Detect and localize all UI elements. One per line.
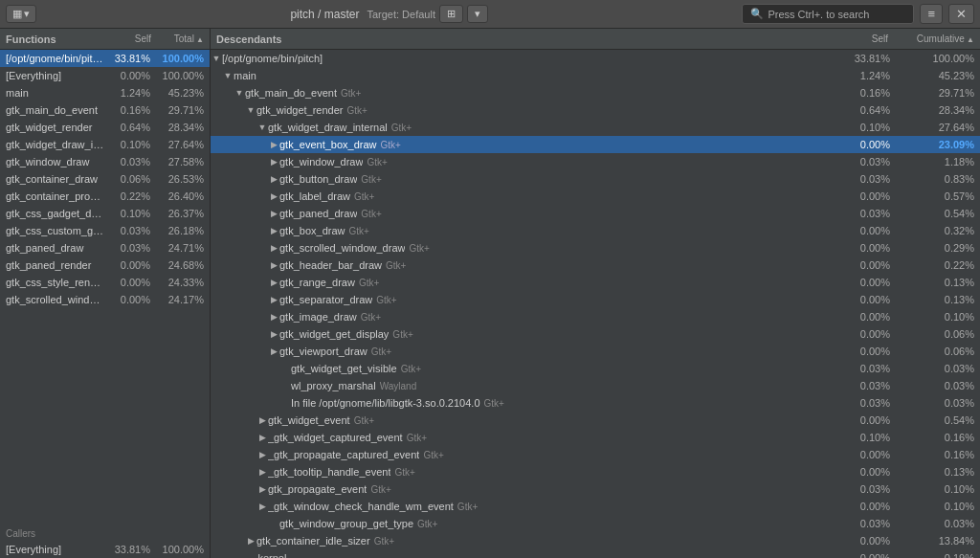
function-row[interactable]: gtk_widget_render 0.64% 28.34% xyxy=(0,119,210,136)
search-box[interactable]: 🔍 Press Ctrl+. to search xyxy=(742,4,914,24)
expand-arrow[interactable]: ▼ xyxy=(211,54,222,63)
function-row[interactable]: gtk_paned_render 0.00% 24.68% xyxy=(0,257,210,274)
descendant-row[interactable]: ▶ gtk_range_draw Gtk+ 0.00% 0.13% xyxy=(211,274,980,291)
descendant-row[interactable]: ▶ gtk_viewport_draw Gtk+ 0.00% 0.06% xyxy=(211,343,980,360)
desc-cum: 13.84% xyxy=(894,535,980,547)
expand-arrow[interactable]: ▶ xyxy=(268,278,279,287)
function-name: gtk_css_custom_gadget_draw xyxy=(6,225,104,236)
expand-arrow[interactable]: ▶ xyxy=(268,312,279,322)
expand-arrow[interactable]: ▶ xyxy=(256,484,268,494)
descendant-row[interactable]: ▼ gtk_widget_draw_internal Gtk+ 0.10% 27… xyxy=(211,119,980,136)
descendant-row[interactable]: gtk_widget_get_visible Gtk+ 0.03% 0.03% xyxy=(211,360,980,377)
function-row[interactable]: [/opt/gnome/bin/pitch] 33.81% 100.00% xyxy=(0,50,210,67)
expand-arrow[interactable]: ▶ xyxy=(256,415,268,425)
desc-name: [/opt/gnome/bin/pitch] xyxy=(222,53,323,64)
target-dropdown-btn[interactable]: ▾ xyxy=(467,5,488,23)
descendant-row[interactable]: ▼ gtk_widget_render Gtk+ 0.64% 28.34% xyxy=(211,101,980,119)
descendant-row[interactable]: In file /opt/gnome/lib/libgtk-3.so.0.210… xyxy=(211,394,980,412)
expand-arrow[interactable]: ▶ xyxy=(268,140,279,149)
expand-arrow[interactable]: ▼ xyxy=(234,88,245,98)
descendant-row[interactable]: ▶ _gtk_widget_captured_event Gtk+ 0.10% … xyxy=(211,429,980,446)
descendant-row[interactable]: ▶ gtk_window_draw Gtk+ 0.03% 1.18% xyxy=(211,153,980,170)
function-total: 26.53% xyxy=(154,173,204,185)
expand-arrow[interactable]: ▶ xyxy=(268,174,279,184)
expand-arrow[interactable]: ▼ xyxy=(256,123,268,132)
desc-name: main xyxy=(234,70,256,81)
descendant-row[interactable]: wl_proxy_marshal Wayland 0.03% 0.03% xyxy=(211,377,980,394)
expand-arrow[interactable]: ▶ xyxy=(268,157,279,167)
descendant-row[interactable]: ▶ gtk_scrolled_window_draw Gtk+ 0.00% 0.… xyxy=(211,239,980,257)
function-row[interactable]: gtk_scrolled_window_draw 0.00% 24.17% xyxy=(0,291,210,308)
desc-self: 0.00% xyxy=(817,501,894,512)
descendant-row[interactable]: ▶ gtk_container_idle_sizer Gtk+ 0.00% 13… xyxy=(211,532,980,549)
function-total: 24.33% xyxy=(154,277,204,288)
desc-self: 0.16% xyxy=(817,87,894,99)
function-total: 27.58% xyxy=(154,156,204,167)
desc-name: _gtk_widget_captured_event xyxy=(268,432,403,443)
descendant-row[interactable]: ▶ gtk_header_bar_draw Gtk+ 0.00% 0.22% xyxy=(211,257,980,274)
descendant-row[interactable]: ▶ gtk_widget_event Gtk+ 0.00% 0.54% xyxy=(211,412,980,429)
descendant-row[interactable]: gtk_window_group_get_type Gtk+ 0.03% 0.0… xyxy=(211,515,980,532)
descendant-row[interactable]: ▶ _gtk_tooltip_handle_event Gtk+ 0.00% 0… xyxy=(211,463,980,480)
function-row[interactable]: gtk_container_propagate_draw 0.22% 26.40… xyxy=(0,188,210,205)
close-button[interactable]: ✕ xyxy=(948,4,974,24)
descendant-row[interactable]: ▶ gtk_propagate_event Gtk+ 0.03% 0.10% xyxy=(211,480,980,498)
desc-self: 0.10% xyxy=(817,432,894,443)
function-row[interactable]: [Everything] 0.00% 100.00% xyxy=(0,67,210,84)
descendant-row[interactable]: ▶ gtk_separator_draw Gtk+ 0.00% 0.13% xyxy=(211,291,980,308)
desc-tag: Gtk+ xyxy=(457,502,478,512)
function-row[interactable]: gtk_widget_draw_internal 0.10% 27.64% xyxy=(0,136,210,153)
descendant-row[interactable]: ▼ gtk_main_do_event Gtk+ 0.16% 29.71% xyxy=(211,84,980,101)
function-row[interactable]: main 1.24% 45.23% xyxy=(0,84,210,101)
descendant-row[interactable]: ▶ gtk_button_draw Gtk+ 0.03% 0.83% xyxy=(211,170,980,188)
expand-arrow[interactable]: ▶ xyxy=(268,346,279,356)
expand-arrow[interactable]: ▼ xyxy=(245,105,256,115)
descendant-row[interactable]: ▶ gtk_event_box_draw Gtk+ 0.00% 23.09% xyxy=(211,136,980,153)
descendant-row[interactable]: ▶ _gtk_window_check_handle_wm_event Gtk+… xyxy=(211,498,980,515)
descendant-row[interactable]: ▶ gtk_widget_get_display Gtk+ 0.00% 0.06… xyxy=(211,325,980,343)
expand-arrow[interactable]: ▼ xyxy=(222,71,234,80)
expand-arrow[interactable]: ▶ xyxy=(256,467,268,477)
descendant-row[interactable]: ▶ gtk_box_draw Gtk+ 0.00% 0.32% xyxy=(211,222,980,239)
descendant-row[interactable]: ▶ gtk_paned_draw Gtk+ 0.03% 0.54% xyxy=(211,205,980,222)
descendant-row[interactable]: ▶ _gtk_propagate_captured_event Gtk+ 0.0… xyxy=(211,446,980,463)
function-row[interactable]: gtk_css_style_render_background 0.00% 24… xyxy=(0,274,210,291)
expand-arrow[interactable]: ▶ xyxy=(256,433,268,442)
function-total: 24.17% xyxy=(154,294,204,305)
expand-arrow[interactable]: ▶ xyxy=(256,502,268,511)
expand-arrow[interactable]: ▶ xyxy=(268,191,279,201)
hamburger-button[interactable]: ≡ xyxy=(920,4,943,24)
descendant-row[interactable]: ▶ gtk_image_draw Gtk+ 0.00% 0.10% xyxy=(211,308,980,325)
desc-name: gtk_widget_event xyxy=(268,414,350,426)
expand-arrow[interactable]: ▶ xyxy=(245,536,256,546)
expand-arrow[interactable]: ▶ xyxy=(256,450,268,459)
expand-arrow[interactable]: ▶ xyxy=(268,243,279,253)
function-row[interactable]: gtk_window_draw 0.03% 27.58% xyxy=(0,153,210,170)
desc-name: gtk_propagate_event xyxy=(268,483,367,495)
descendant-row[interactable]: ▶ gtk_label_draw Gtk+ 0.00% 0.57% xyxy=(211,188,980,205)
desc-self: 0.00% xyxy=(817,535,894,547)
caller-row[interactable]: [Everything] 33.81% 100.00% xyxy=(0,541,210,558)
descendant-row[interactable]: ▼ main 1.24% 45.23% xyxy=(211,67,980,84)
function-name: gtk_paned_draw xyxy=(6,242,104,254)
callers-list: [Everything] 33.81% 100.00% xyxy=(0,541,210,558)
descendant-row[interactable]: - - kernel - - 0.00% 0.19% xyxy=(211,549,980,558)
function-row[interactable]: gtk_main_do_event 0.16% 29.71% xyxy=(0,101,210,119)
expand-arrow[interactable]: ▶ xyxy=(268,260,279,270)
desc-cum: 0.32% xyxy=(894,225,980,236)
desc-cum: 0.03% xyxy=(894,397,980,409)
expand-arrow[interactable]: ▶ xyxy=(268,209,279,218)
expand-arrow[interactable]: ▶ xyxy=(268,295,279,304)
function-row[interactable]: gtk_paned_draw 0.03% 24.71% xyxy=(0,239,210,257)
target-icon-btn[interactable]: ⊞ xyxy=(439,5,463,23)
descendant-row[interactable]: ▼ [/opt/gnome/bin/pitch] 33.81% 100.00% xyxy=(211,50,980,67)
function-row[interactable]: gtk_container_draw 0.06% 26.53% xyxy=(0,170,210,188)
expand-arrow[interactable]: ▶ xyxy=(268,226,279,235)
function-row[interactable]: gtk_css_custom_gadget_draw 0.03% 26.18% xyxy=(0,222,210,239)
function-self: 0.00% xyxy=(104,294,154,305)
function-row[interactable]: gtk_css_gadget_draw 0.10% 26.37% xyxy=(0,205,210,222)
view-toggle-button[interactable]: ▦ ▾ xyxy=(6,5,36,23)
expand-arrow[interactable]: ▶ xyxy=(268,329,279,339)
desc-name: gtk_viewport_draw xyxy=(279,346,368,357)
function-name: gtk_css_style_render_background xyxy=(6,277,104,288)
